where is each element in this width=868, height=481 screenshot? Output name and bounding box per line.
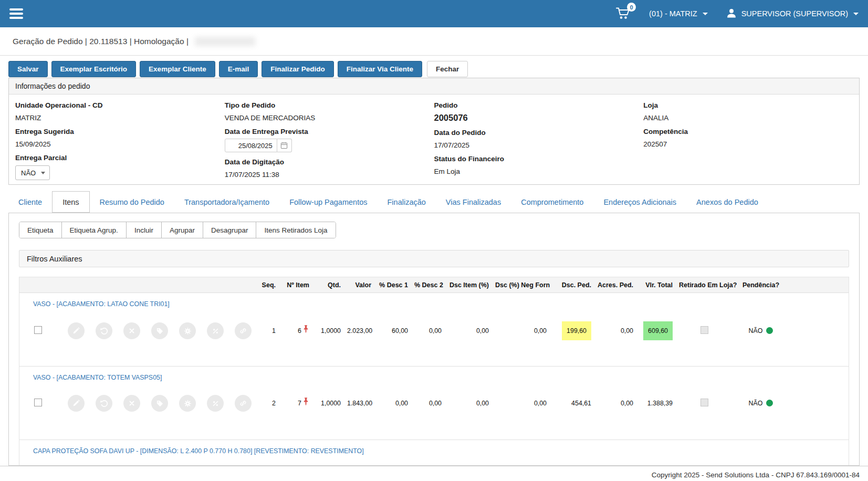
entrega-parcial-select[interactable]: NÃO — [15, 165, 50, 180]
dsc-ped-highlight: 199,60 — [562, 321, 591, 340]
row-actions — [47, 395, 244, 412]
tab-vias-finalizadas[interactable]: Vias Finalizadas — [436, 191, 511, 213]
status-financeiro-value: Em Loja — [434, 168, 644, 175]
competencia-label: Competência — [643, 128, 853, 135]
cell-desc2: 0,00 — [411, 400, 445, 407]
items-toolbar: Etiqueta Etiqueta Agrup. Incluir Agrupar… — [19, 222, 336, 238]
tab-transportadora-icamento[interactable]: Transportadora/Içamento — [174, 191, 279, 213]
delete-icon[interactable] — [123, 395, 140, 412]
itens-retirados-loja-button[interactable]: Itens Retirados Loja — [256, 222, 335, 238]
cell-acres-ped: 0,00 — [594, 327, 636, 334]
tab-finalizacao[interactable]: Finalização — [378, 191, 436, 213]
item-no-value: 7 — [298, 400, 301, 407]
agrupar-button[interactable]: Agrupar — [161, 222, 203, 238]
entrega-parcial-label: Entrega Parcial — [15, 154, 225, 162]
chevron-down-icon — [853, 13, 859, 15]
branch-label: (01) - MATRIZ — [649, 9, 697, 18]
percent-icon[interactable] — [207, 322, 224, 339]
table-row: VASO - [ACABAMENTO: TOTEM VASPS05] 2 — [19, 367, 849, 440]
history-icon[interactable] — [96, 322, 112, 339]
user-dropdown[interactable]: SUPERVISOR (SUPERVISOR) — [726, 7, 859, 20]
data-pedido-label: Data do Pedido — [434, 129, 644, 137]
info-col-2: Tipo de Pedido VENDA DE MERCADORIAS Data… — [225, 96, 434, 180]
cell-qty: 1,0000 — [312, 400, 344, 407]
menu-icon[interactable] — [9, 6, 25, 21]
item-link[interactable]: VASO - [ACABAMENTO: LATAO CONE TRI01] — [33, 300, 170, 308]
row-checkbox[interactable] — [34, 399, 42, 406]
tab-itens[interactable]: Itens — [52, 191, 89, 213]
vlr-total-highlight: 609,60 — [643, 321, 673, 340]
data-entrega-prevista-input[interactable] — [225, 139, 277, 152]
cell-item-no: 7 — [279, 397, 312, 410]
gear-icon[interactable] — [179, 322, 196, 339]
item-link[interactable]: VASO - [ACABAMENTO: TOTEM VASPS05] — [33, 374, 162, 381]
delete-icon[interactable] — [123, 322, 140, 339]
pedido-value: 2005076 — [434, 113, 644, 123]
breadcrumb: Geração de Pedido | 20.118513 | Homologa… — [0, 27, 868, 56]
cell-pendencia: NÃO — [733, 327, 789, 334]
tab-cliente[interactable]: Cliente — [8, 191, 52, 213]
cell-retirado — [676, 326, 733, 336]
info-col-1: Unidade Operacional - CD MATRIZ Entrega … — [15, 96, 225, 180]
tag-icon[interactable] — [151, 322, 168, 339]
loja-label: Loja — [643, 101, 853, 109]
office-copy-button[interactable]: Exemplar Escritório — [51, 61, 137, 77]
desagrupar-button[interactable]: Desagrupar — [203, 222, 256, 238]
cell-acres-ped: 0,00 — [594, 400, 636, 407]
header-qtd: Qtd. — [312, 281, 344, 289]
tab-enderecos-adicionais[interactable]: Endereços Adicionais — [593, 191, 686, 213]
items-panel: Etiqueta Etiqueta Agrup. Incluir Agrupar… — [8, 213, 860, 466]
percent-icon[interactable] — [207, 395, 224, 412]
cell-seq: 2 — [247, 400, 279, 407]
pendencia-value: NÃO — [749, 400, 763, 407]
email-button[interactable]: E-mail — [219, 61, 258, 77]
cell-desc2: 0,00 — [411, 327, 445, 334]
retirado-checkbox[interactable] — [700, 326, 708, 334]
cell-vlr-total: 609,60 — [636, 321, 676, 340]
branch-dropdown[interactable]: (01) - MATRIZ — [649, 9, 708, 18]
item-link[interactable]: CAPA PROTEÇÃO SOFA DAVI UP - [DIMENSÃO: … — [33, 447, 364, 455]
history-icon[interactable] — [96, 395, 112, 412]
etiqueta-button[interactable]: Etiqueta — [19, 222, 61, 238]
cell-dsc-ped: 454,61 — [550, 400, 594, 407]
edit-icon[interactable] — [68, 322, 85, 339]
tag-icon[interactable] — [151, 395, 168, 412]
cell-valor: 2.023,00 — [344, 327, 374, 334]
loja-value: ANALIA — [643, 114, 853, 122]
footer: Copyright 2025 - Send Solutions Ltda - C… — [0, 466, 868, 481]
cell-dsc-ped: 199,60 — [550, 321, 594, 340]
cart-button[interactable]: 0 — [615, 6, 631, 21]
filtros-auxiliares-header[interactable]: Filtros Auxiliares — [19, 250, 849, 267]
etiqueta-agrup-button[interactable]: Etiqueta Agrup. — [61, 222, 126, 238]
calendar-icon[interactable] — [277, 139, 292, 152]
order-info-title: Informações do pedido — [9, 78, 859, 95]
item-no-value: 6 — [298, 327, 301, 334]
tab-anexos-do-pedido[interactable]: Anexos do Pedido — [686, 191, 768, 213]
close-button[interactable]: Fechar — [427, 61, 468, 77]
cell-item-no: 6 — [279, 325, 312, 337]
finalize-order-button[interactable]: Finalizar Pedido — [262, 61, 334, 77]
gear-icon[interactable] — [179, 395, 196, 412]
save-button[interactable]: Salvar — [8, 61, 48, 77]
info-col-4: Loja ANALIA Competência 202507 — [643, 96, 853, 180]
pushpin-icon — [302, 397, 309, 407]
tipo-pedido-label: Tipo de Pedido — [225, 101, 434, 109]
tab-comprometimento[interactable]: Comprometimento — [511, 191, 593, 213]
retirado-checkbox[interactable] — [700, 399, 708, 406]
client-copy-button[interactable]: Exemplar Cliente — [140, 61, 215, 77]
incluir-button[interactable]: Incluir — [126, 222, 161, 238]
finalize-via-client-button[interactable]: Finalizar Via Cliente — [338, 61, 422, 77]
filtros-auxiliares-title: Filtros Auxiliares — [27, 255, 82, 263]
pushpin-icon — [302, 325, 309, 335]
edit-icon[interactable] — [68, 395, 85, 412]
tab-follow-up-pagamentos[interactable]: Follow-up Pagamentos — [279, 191, 377, 213]
page-title: Geração de Pedido | 20.118513 | Homologa… — [13, 37, 189, 46]
header-pendencia: Pendência? — [733, 281, 789, 289]
header-desc2: % Desc 2 — [411, 281, 445, 289]
pedido-label: Pedido — [434, 101, 644, 109]
cell-qty: 1,0000 — [312, 327, 344, 334]
row-checkbox[interactable] — [34, 326, 42, 334]
redacted-client-name — [195, 37, 255, 46]
tab-resumo-do-pedido[interactable]: Resumo do Pedido — [90, 191, 174, 213]
cell-retirado — [676, 399, 733, 408]
